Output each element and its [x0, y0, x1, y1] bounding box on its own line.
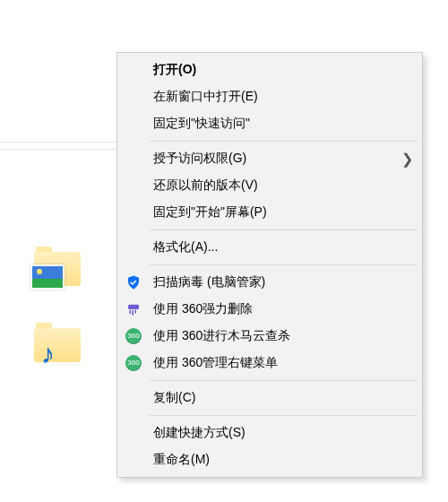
svg-rect-1: [130, 310, 132, 315]
menu-item-format[interactable]: 格式化(A)...: [117, 234, 422, 261]
menu-separator: [150, 380, 417, 381]
menu-item-label: 打开(O): [153, 62, 397, 78]
folder-pictures[interactable]: [34, 247, 81, 286]
menu-item-label: 固定到"开始"屏幕(P): [153, 204, 397, 221]
360-icon: 360: [125, 327, 142, 345]
menu-item-copy[interactable]: 复制(C): [117, 385, 422, 411]
menu-item-restore-versions[interactable]: 还原以前的版本(V): [117, 172, 422, 199]
folder-music[interactable]: ♪: [34, 323, 81, 362]
menu-item-label: 重命名(M): [153, 452, 397, 468]
menu-item-label: 还原以前的版本(V): [153, 177, 397, 194]
svg-rect-3: [135, 310, 137, 314]
menu-item-label: 创建快捷方式(S): [153, 425, 397, 441]
menu-item-open[interactable]: 打开(O): [117, 56, 422, 83]
svg-rect-2: [133, 310, 134, 316]
menu-separator: [150, 415, 417, 416]
menu-item-label: 复制(C): [153, 390, 397, 406]
music-overlay-icon: ♪: [41, 341, 55, 368]
menu-item-label: 在新窗口中打开(E): [153, 89, 397, 105]
menu-item-create-shortcut[interactable]: 创建快捷方式(S): [117, 420, 422, 446]
menu-item-pin-start[interactable]: 固定到"开始"屏幕(P): [117, 199, 422, 226]
menu-item-label: 扫描病毒 (电脑管家): [153, 274, 397, 290]
menu-item-label: 格式化(A)...: [153, 239, 397, 255]
menu-item-360-force-delete[interactable]: 使用 360强力删除: [117, 296, 422, 323]
submenu-arrow-icon: ❯: [401, 151, 413, 168]
menu-item-label: 授予访问权限(G): [153, 151, 397, 167]
pictures-overlay-icon: [30, 264, 65, 290]
menu-item-label: 使用 360管理右键菜单: [153, 355, 397, 371]
menu-item-label: 固定到"快速访问": [153, 116, 397, 132]
menu-item-label: 使用 360进行木马云查杀: [153, 328, 397, 344]
menu-separator: [150, 229, 417, 230]
menu-item-360-manage-menu[interactable]: 360 使用 360管理右键菜单: [117, 350, 422, 376]
menu-item-open-new-window[interactable]: 在新窗口中打开(E): [117, 83, 422, 110]
svg-rect-0: [128, 305, 139, 309]
qq-shield-icon: [125, 273, 142, 291]
menu-item-360-trojan-scan[interactable]: 360 使用 360进行木马云查杀: [117, 323, 422, 350]
menu-item-pin-quick-access[interactable]: 固定到"快速访问": [117, 110, 422, 137]
menu-separator: [150, 264, 417, 265]
360-icon: 360: [125, 354, 142, 372]
menu-item-label: 使用 360强力删除: [153, 301, 397, 317]
shredder-icon: [125, 300, 142, 318]
menu-item-give-access[interactable]: 授予访问权限(G) ❯: [117, 145, 422, 172]
context-menu: 打开(O) 在新窗口中打开(E) 固定到"快速访问" 授予访问权限(G) ❯ 还…: [116, 52, 423, 478]
menu-separator: [150, 141, 417, 142]
menu-item-scan-virus[interactable]: 扫描病毒 (电脑管家): [117, 269, 422, 296]
menu-item-rename[interactable]: 重命名(M): [117, 446, 422, 473]
